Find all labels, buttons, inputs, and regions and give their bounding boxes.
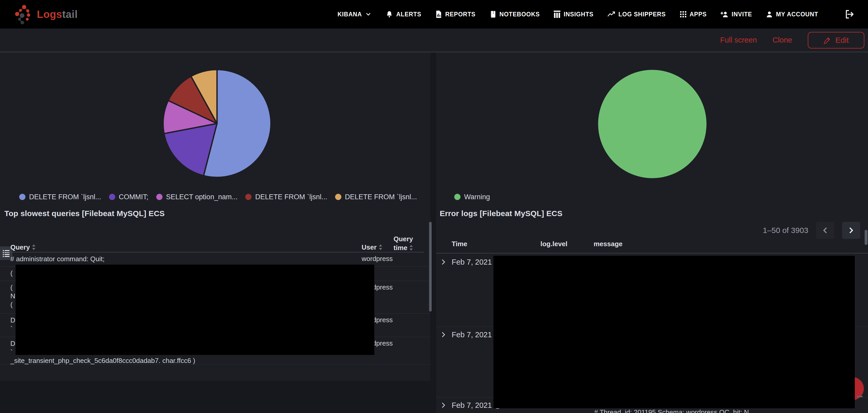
nav-item-my-account[interactable]: MY ACCOUNT xyxy=(766,11,818,18)
logout-exit-icon xyxy=(844,9,855,20)
column-header-query[interactable]: Query xyxy=(10,243,36,251)
dashboard-screen: Logstail KIBANA ALERTS REPORTS NOTEBOOKS xyxy=(0,0,868,413)
full-screen-button[interactable]: Full screen xyxy=(720,36,757,44)
legend-item[interactable]: COMMIT; xyxy=(109,193,149,201)
notebook-icon xyxy=(490,11,496,18)
nav-item-kibana[interactable]: KIBANA xyxy=(337,11,372,18)
logout-button[interactable] xyxy=(844,9,855,20)
error-logs-table-header: Time log.level message xyxy=(436,240,868,253)
legend-dot xyxy=(245,194,251,200)
error-logs-panel-title: Error logs [Filebeat MySQL] ECS xyxy=(440,209,562,218)
redaction-overlay xyxy=(16,265,374,355)
person-icon xyxy=(766,11,773,18)
nav-item-invite[interactable]: INVITE xyxy=(720,11,752,18)
column-header-query-time[interactable]: Query time xyxy=(394,234,424,252)
legend-item[interactable]: Warning xyxy=(454,193,490,201)
apps-grid-icon xyxy=(680,11,687,18)
left-panel-scrollbar[interactable] xyxy=(429,222,432,312)
nav-item-apps[interactable]: APPS xyxy=(680,11,707,18)
nav-menu: KIBANA ALERTS REPORTS NOTEBOOKS INSIGHTS xyxy=(337,9,855,20)
legend-dot xyxy=(109,194,115,200)
legend-item[interactable]: DELETE FROM `ljsnl... xyxy=(19,193,101,201)
expand-row-icon[interactable] xyxy=(440,331,447,338)
sort-icon xyxy=(409,245,413,251)
queries-panel-title: Top slowest queries [Filebeat MySQL] ECS xyxy=(4,209,165,218)
legend-item[interactable]: DELETE FROM `ljsnl... xyxy=(245,193,327,201)
column-header-message[interactable]: message xyxy=(594,240,622,248)
trend-line-icon xyxy=(608,11,615,18)
legend-dot xyxy=(335,194,341,200)
next-page-button[interactable] xyxy=(842,222,860,239)
column-header-user[interactable]: User xyxy=(362,243,382,251)
expand-row-icon[interactable] xyxy=(440,258,447,266)
previous-page-button[interactable] xyxy=(816,222,834,239)
dashboard-toolbar: Full screen Clone Edit xyxy=(0,29,868,53)
logstail-wordmark: Logstail xyxy=(37,8,78,20)
nav-item-notebooks[interactable]: NOTEBOOKS xyxy=(490,11,540,18)
pagination-range-label: 1–50 of 3903 xyxy=(763,226,808,235)
nav-item-log-shippers[interactable]: LOG SHIPPERS xyxy=(608,11,665,18)
legend-dot xyxy=(156,194,162,200)
pencil-icon xyxy=(824,36,831,44)
slow-queries-legend: DELETE FROM `ljsnl... COMMIT; SELECT opt… xyxy=(19,190,417,204)
sort-icon xyxy=(379,244,382,250)
chevron-right-icon xyxy=(847,226,855,234)
error-logs-legend: Warning xyxy=(454,190,490,204)
sort-icon xyxy=(32,244,36,250)
chevron-down-icon xyxy=(365,11,372,18)
fab-dash-decoration xyxy=(857,396,863,397)
logstail-logo[interactable]: Logstail xyxy=(13,4,78,25)
edit-button[interactable]: Edit xyxy=(808,32,864,49)
nav-item-reports[interactable]: REPORTS xyxy=(435,11,475,18)
expand-row-icon[interactable] xyxy=(440,402,447,409)
legend-dot xyxy=(454,194,461,200)
right-panel-scrollbar[interactable] xyxy=(865,230,867,245)
legend-dot xyxy=(19,194,25,200)
report-document-icon xyxy=(435,11,442,18)
error-logs-pie-chart[interactable] xyxy=(597,69,708,179)
header-divider xyxy=(436,253,868,253)
nav-item-alerts[interactable]: ALERTS xyxy=(386,11,421,18)
redaction-overlay xyxy=(493,256,855,408)
logstail-mark-icon xyxy=(13,4,33,25)
clone-button[interactable]: Clone xyxy=(773,36,792,44)
legend-item[interactable]: SELECT option_nam... xyxy=(156,193,238,201)
log-message-fragment: # Thread_id: 201195 Schema: wordpress QC… xyxy=(594,408,749,413)
slow-queries-pie-chart[interactable] xyxy=(162,68,272,179)
pagination: 1–50 of 3903 xyxy=(763,222,860,239)
nav-item-insights[interactable]: INSIGHTS xyxy=(554,11,593,18)
top-navigation-bar: Logstail KIBANA ALERTS REPORTS NOTEBOOKS xyxy=(0,0,868,29)
bell-icon xyxy=(386,11,393,18)
column-header-time[interactable]: Time xyxy=(452,240,467,248)
column-header-loglevel[interactable]: log.level xyxy=(540,240,567,248)
chevron-left-icon xyxy=(821,226,829,234)
legend-item[interactable]: DELETE FROM `ljsnl... xyxy=(335,193,417,201)
person-plus-icon xyxy=(720,11,728,18)
insights-columns-icon xyxy=(554,11,560,18)
